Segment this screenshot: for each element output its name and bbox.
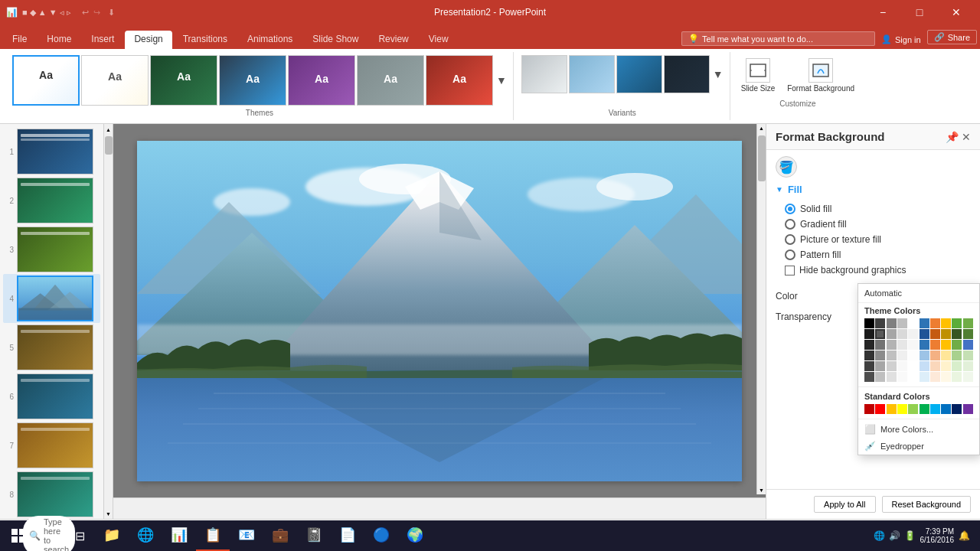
fill-section-header[interactable]: ▼ Fill <box>776 184 971 195</box>
slide-thumb-8[interactable]: 8 <box>3 470 100 519</box>
slide-thumb-5[interactable]: 5 <box>3 323 100 372</box>
panel-pin-btn[interactable]: 📌 <box>946 131 959 143</box>
theme-color-cell-31[interactable] <box>875 350 885 360</box>
slide-thumb-1[interactable]: 1 <box>3 127 100 176</box>
theme-color-cell-14[interactable] <box>908 329 918 339</box>
theme-color-cell-51[interactable] <box>875 372 885 382</box>
close-btn[interactable]: ✕ <box>939 0 974 24</box>
canvas-scroll-up[interactable]: ▲ <box>757 124 766 132</box>
taskbar-powerpoint[interactable]: 📋 <box>196 520 230 551</box>
scroll-thumb[interactable] <box>105 136 113 155</box>
taskbar-chrome[interactable]: 🔵 <box>364 520 398 551</box>
theme-color-cell-34[interactable] <box>908 350 918 360</box>
theme-integral[interactable]: Aa <box>150 55 217 106</box>
automatic-color-option[interactable]: Automatic <box>858 284 979 303</box>
clock-btn[interactable]: 7:39 PM 6/16/2016 <box>920 527 955 544</box>
theme-color-cell-43[interactable] <box>897 361 907 371</box>
theme-color-cell-58[interactable] <box>952 372 962 382</box>
theme-color-cell-46[interactable] <box>930 361 940 371</box>
slide-thumb-3[interactable]: 3 <box>3 225 100 274</box>
theme-color-cell-49[interactable] <box>963 361 973 371</box>
more-colors-option[interactable]: ⬜ More Colors... <box>858 421 979 438</box>
quick-access-icon[interactable]: ⬇ <box>108 8 115 18</box>
tab-transitions[interactable]: Transitions <box>174 31 237 49</box>
std-color-cell-9[interactable] <box>963 404 973 414</box>
more-variants-btn[interactable]: ▼ <box>713 68 724 81</box>
taskbar-teams[interactable]: 💼 <box>263 520 297 551</box>
theme-color-cell-13[interactable] <box>897 329 907 339</box>
network-icon[interactable]: 🌐 <box>873 529 887 543</box>
theme-color-cell-48[interactable] <box>952 361 962 371</box>
theme-color-cell-0[interactable] <box>864 318 874 328</box>
maximize-btn[interactable]: □ <box>902 0 937 24</box>
theme-color-cell-42[interactable] <box>887 361 897 371</box>
tab-view[interactable]: View <box>420 31 458 49</box>
slide-thumb-7[interactable]: 7 <box>3 421 100 470</box>
pattern-fill-option[interactable]: Pattern fill <box>785 247 971 262</box>
theme-color-cell-39[interactable] <box>963 350 973 360</box>
theme-office[interactable]: Aa <box>12 55 80 106</box>
battery-icon[interactable]: 🔋 <box>903 529 917 543</box>
theme-color-cell-35[interactable] <box>920 350 929 360</box>
signin-btn[interactable]: 👤 Sign in <box>881 34 921 46</box>
theme-color-cell-55[interactable] <box>920 372 929 382</box>
theme-color-cell-30[interactable] <box>864 350 874 360</box>
theme-color-cell-24[interactable] <box>908 340 918 350</box>
theme-color-cell-11[interactable] <box>875 329 885 339</box>
more-themes-btn[interactable]: ▼ <box>496 74 507 87</box>
taskbar-word[interactable]: 📄 <box>331 520 364 551</box>
theme-metro[interactable]: Aa <box>357 55 424 106</box>
tab-insert[interactable]: Insert <box>82 31 123 49</box>
fill-bucket-icon[interactable]: 🪣 <box>776 156 797 178</box>
scroll-up-btn[interactable]: ▲ <box>104 124 113 135</box>
undo-icon[interactable]: ↩ <box>82 8 89 18</box>
theme-color-cell-23[interactable] <box>897 340 907 350</box>
taskbar-edge[interactable]: 🌐 <box>129 520 162 551</box>
theme-color-cell-19[interactable] <box>963 329 973 339</box>
theme-color-cell-22[interactable] <box>887 340 897 350</box>
notification-btn[interactable]: 🔔 <box>957 529 971 543</box>
share-btn[interactable]: 🔗 Share <box>927 30 977 44</box>
theme-color-cell-3[interactable] <box>897 318 907 328</box>
std-color-cell-2[interactable] <box>887 404 897 414</box>
task-view-btn[interactable]: ⊟ <box>64 520 95 551</box>
variant-2[interactable] <box>569 55 615 93</box>
tab-design[interactable]: Design <box>125 31 172 49</box>
variant-1[interactable] <box>521 55 567 93</box>
taskbar-outlook[interactable]: 📧 <box>230 520 263 551</box>
theme-color-cell-50[interactable] <box>864 372 874 382</box>
tab-file[interactable]: File <box>3 31 36 49</box>
theme-color-cell-21[interactable] <box>875 340 885 350</box>
std-color-cell-8[interactable] <box>952 404 962 414</box>
taskbar-explorer[interactable]: 📁 <box>95 520 129 551</box>
theme-color-cell-27[interactable] <box>941 340 951 350</box>
theme-color-cell-33[interactable] <box>897 350 907 360</box>
std-color-cell-1[interactable] <box>875 404 885 414</box>
theme-color-cell-37[interactable] <box>941 350 951 360</box>
theme-color-cell-8[interactable] <box>952 318 962 328</box>
reset-background-btn[interactable]: Reset Background <box>882 496 972 513</box>
theme-color-cell-57[interactable] <box>941 372 951 382</box>
tell-me-input[interactable]: 💡 Tell me what you want to do... <box>681 31 875 46</box>
std-color-cell-3[interactable] <box>897 404 907 414</box>
theme-color-cell-15[interactable] <box>920 329 929 339</box>
theme-color-cell-12[interactable] <box>887 329 897 339</box>
taskbar-excel[interactable]: 📊 <box>162 520 196 551</box>
std-color-cell-4[interactable] <box>908 404 918 414</box>
theme-color-cell-25[interactable] <box>920 340 929 350</box>
hide-bg-checkbox[interactable] <box>785 266 795 276</box>
theme-color-cell-59[interactable] <box>963 372 973 382</box>
tab-animations[interactable]: Animations <box>238 31 302 49</box>
theme-ion[interactable]: Aa <box>219 55 286 106</box>
theme-ion-boardroom[interactable]: Aa <box>288 55 355 106</box>
theme-color-cell-26[interactable] <box>930 340 940 350</box>
minimize-btn[interactable]: − <box>865 0 900 24</box>
std-color-cell-7[interactable] <box>941 404 951 414</box>
theme-color-cell-40[interactable] <box>864 361 874 371</box>
theme-color-cell-44[interactable] <box>908 361 918 371</box>
theme-color-cell-2[interactable] <box>887 318 897 328</box>
solid-fill-option[interactable]: Solid fill <box>785 201 971 217</box>
theme-color-cell-52[interactable] <box>887 372 897 382</box>
slide-thumb-4[interactable]: 4 <box>3 274 100 323</box>
theme-color-cell-29[interactable] <box>963 340 973 350</box>
